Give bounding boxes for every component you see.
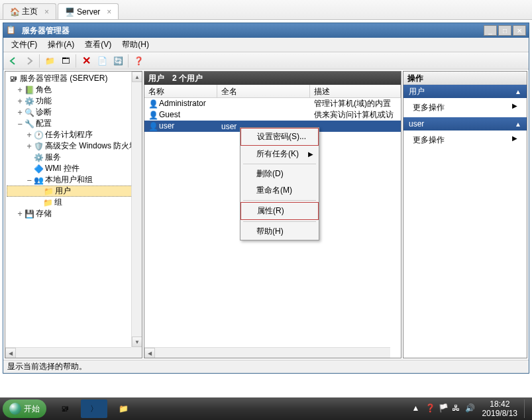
list-row-guest[interactable]: 👤Guest 供来宾访问计算机或访 (144, 109, 401, 121)
scrollbar-horizontal[interactable]: ◀▶ (144, 347, 390, 358)
tree-item-scheduler[interactable]: +🕐任务计划程序 (7, 129, 140, 140)
task-explorer[interactable]: 📁 (110, 399, 136, 418)
close-button[interactable]: ✕ (513, 25, 526, 36)
windows-icon (9, 403, 21, 415)
scrollbar-horizontal[interactable]: ◀▶ (5, 347, 131, 358)
config-icon: 🔧 (24, 119, 34, 129)
taskbar-clock[interactable]: 18:42 2019/8/13 (478, 399, 521, 419)
scroll-down-icon[interactable]: ▼ (132, 337, 142, 347)
tree-item-roles[interactable]: +📗角色 (7, 84, 140, 95)
server-manager-window: 📋 服务器管理器 _ □ ✕ 文件(F) 操作(A) 查看(V) 帮助(H) 📁… (3, 23, 529, 374)
tree-item-features[interactable]: +⚙️功能 (7, 95, 140, 107)
maximize-button[interactable]: □ (498, 25, 511, 36)
show-desktop-button[interactable] (524, 399, 529, 418)
toolbar: 📁 🗔 ✕ 📄 🔄 ❓ (3, 52, 529, 70)
forward-button[interactable] (22, 54, 36, 68)
expander-icon[interactable]: − (16, 119, 24, 129)
browser-tab-strip: 🏠 主页 × 🖥️ Server × (0, 0, 532, 20)
menu-properties[interactable]: 属性(R) (240, 202, 319, 220)
diagnostics-icon: 🔍 (24, 108, 34, 117)
menu-set-password[interactable]: 设置密码(S)... (240, 128, 319, 146)
close-icon[interactable]: × (107, 7, 111, 17)
tray-flag-icon[interactable]: 🏳️ (439, 403, 449, 414)
server-icon: 🖥️ (65, 7, 74, 17)
user-icon: 👤 (148, 99, 158, 109)
scroll-left-icon[interactable]: ◀ (5, 348, 16, 358)
tree-item-services[interactable]: ⚙️服务 (7, 152, 140, 163)
menu-bar: 文件(F) 操作(A) 查看(V) 帮助(H) (3, 38, 529, 52)
expander-icon[interactable]: + (25, 142, 33, 151)
menu-delete[interactable]: 删除(D) (240, 166, 319, 182)
column-name[interactable]: 名称 (144, 85, 217, 97)
delete-button[interactable]: ✕ (79, 54, 93, 68)
menu-all-tasks[interactable]: 所有任务(K)▶ (240, 146, 319, 162)
tree-item-config[interactable]: −🔧配置 (7, 118, 140, 129)
tray-up-icon[interactable]: ▲ (412, 403, 423, 414)
tab-label: Server (77, 7, 100, 17)
properties-button[interactable]: 📄 (95, 54, 109, 68)
scroll-left-icon[interactable]: ◀ (144, 348, 155, 358)
expander-icon[interactable]: + (16, 209, 24, 219)
browser-tab-home[interactable]: 🏠 主页 × (3, 3, 56, 19)
status-bar: 显示当前选择的帮助。 (3, 360, 529, 373)
home-icon: 🏠 (10, 7, 19, 17)
column-fullname[interactable]: 全名 (217, 85, 310, 97)
roles-icon: 📗 (24, 85, 34, 95)
submenu-icon: ▶ (512, 102, 517, 113)
help-button[interactable]: ❓ (131, 54, 146, 68)
action-section-users[interactable]: 用户 ▲ (403, 85, 527, 98)
browser-tab-server[interactable]: 🖥️ Server × (58, 3, 119, 19)
window-titlebar[interactable]: 📋 服务器管理器 _ □ ✕ (3, 23, 529, 38)
tree-item-firewall[interactable]: +🛡️高级安全 Windows 防火墙 (7, 140, 140, 152)
action-section-user[interactable]: user ▲ (403, 117, 527, 131)
menu-file[interactable]: 文件(F) (6, 38, 42, 52)
features-icon: ⚙️ (24, 97, 34, 106)
folder-icon: 📁 (43, 187, 54, 196)
task-server-manager[interactable]: 🖳 (52, 399, 78, 418)
menu-help[interactable]: 帮助(H) (240, 223, 319, 240)
menu-rename[interactable]: 重命名(M) (240, 182, 319, 199)
menu-view[interactable]: 查看(V) (80, 38, 117, 52)
tree-item-wmi[interactable]: 🔷WMI 控件 (7, 163, 140, 174)
tray-network-icon[interactable]: 🖧 (452, 403, 462, 414)
expander-icon[interactable]: − (25, 176, 33, 185)
back-button[interactable] (6, 54, 21, 68)
expander-icon[interactable]: + (25, 131, 33, 140)
tree-panel[interactable]: 🖳 服务器管理器 (SERVER) +📗角色 +⚙️功能 +🔍诊断 −🔧配置 +… (5, 71, 142, 358)
list-row-administrator[interactable]: 👤Administrator 管理计算机(域)的内置 (144, 98, 401, 109)
menu-help[interactable]: 帮助(H) (117, 38, 154, 52)
column-desc[interactable]: 描述 (310, 85, 401, 97)
expander-icon[interactable]: + (16, 108, 24, 117)
tree-item-diagnostics[interactable]: +🔍诊断 (7, 107, 140, 118)
tree-root[interactable]: 🖳 服务器管理器 (SERVER) (7, 73, 140, 84)
tree-item-groups[interactable]: 📁组 (7, 197, 140, 208)
storage-icon: 💾 (24, 209, 34, 219)
expander-icon[interactable]: + (16, 97, 24, 106)
start-button[interactable]: 开始 (3, 399, 46, 418)
collapse-icon: ▲ (515, 88, 521, 95)
folder-icon: 📁 (42, 198, 53, 207)
actions-header: 操作 (403, 72, 527, 85)
tray-help-icon[interactable]: ❓ (425, 403, 436, 414)
expander-icon[interactable]: + (16, 85, 24, 95)
up-button[interactable]: 📁 (42, 54, 57, 68)
task-powershell[interactable]: 〉 (81, 399, 107, 418)
tree-item-users[interactable]: 📁用户 (7, 185, 140, 197)
taskbar: 开始 🖳 〉 📁 ▲ ❓ 🏳️ 🖧 🔊 18:42 2019/8/13 (0, 397, 532, 420)
scroll-up-icon[interactable]: ▲ (132, 72, 142, 82)
action-more-user[interactable]: 更多操作 ▶ (403, 131, 527, 150)
panel-title: 用户 (148, 73, 164, 84)
menu-action[interactable]: 操作(A) (42, 38, 80, 52)
tray-sound-icon[interactable]: 🔊 (465, 403, 476, 414)
minimize-button[interactable]: _ (484, 25, 497, 36)
close-icon[interactable]: × (44, 7, 49, 17)
panel-count: 2 个用户 (172, 73, 203, 84)
show-hide-button[interactable]: 🗔 (58, 54, 73, 68)
tree-item-localusers[interactable]: −👥本地用户和组 (7, 174, 140, 185)
scrollbar-vertical[interactable]: ▲▼ (131, 72, 142, 347)
action-more-users[interactable]: 更多操作 ▶ (403, 98, 527, 117)
users-icon: 👥 (33, 176, 44, 185)
column-headers: 名称 全名 描述 (144, 85, 401, 98)
tree-item-storage[interactable]: +💾存储 (7, 208, 140, 219)
refresh-button[interactable]: 🔄 (111, 54, 125, 68)
